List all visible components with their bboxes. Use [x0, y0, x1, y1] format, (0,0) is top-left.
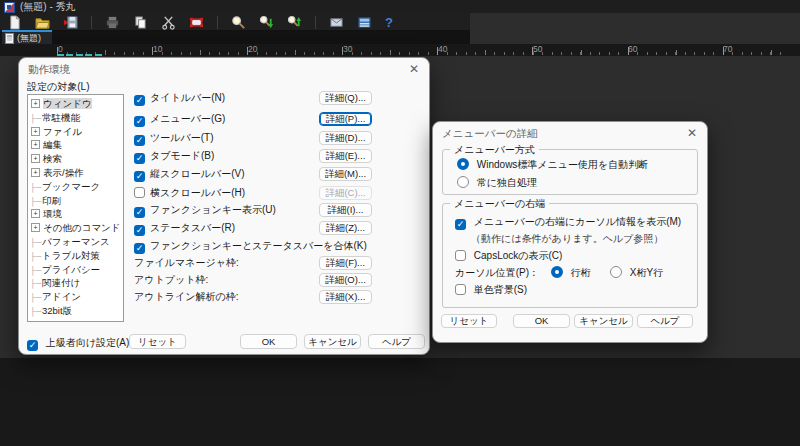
checkbox-checked-icon[interactable]: [134, 207, 145, 218]
setting-label: 縦スクロールバー(V): [150, 168, 245, 179]
expand-plus-icon[interactable]: [31, 168, 40, 177]
expand-plus-icon[interactable]: [31, 209, 40, 218]
tree-item[interactable]: 印刷: [30, 194, 123, 208]
checkbox-checked-icon[interactable]: [134, 243, 145, 254]
tree-item[interactable]: その他のコマンド: [30, 221, 123, 235]
ok-button[interactable]: OK: [513, 314, 570, 328]
open-folder-icon[interactable]: [35, 15, 50, 30]
dialog-title: 動作環境: [28, 63, 70, 77]
document-tab[interactable]: (無題): [2, 30, 52, 44]
detail-button-filemgr[interactable]: 詳細(F)...: [319, 256, 372, 270]
setting-row: メニューバー(G): [134, 112, 225, 126]
checkbox-checked-icon[interactable]: [134, 225, 145, 236]
setting-row: 横スクロールバー(H): [134, 186, 245, 200]
tree-item[interactable]: アドイン: [30, 290, 123, 304]
reset-button[interactable]: リセット: [441, 314, 497, 328]
detail-button-outline[interactable]: 詳細(X)...: [319, 290, 372, 304]
checkbox-checked-icon[interactable]: [134, 135, 145, 146]
tree-item[interactable]: 環境: [30, 207, 123, 221]
expand-plus-icon[interactable]: [31, 99, 40, 108]
expand-plus-icon[interactable]: [31, 223, 40, 232]
checkbox-row: メニューバーの右端にカーソル情報を表示(M): [455, 215, 681, 229]
detail-button-statusbar[interactable]: 詳細(Z)...: [319, 221, 372, 235]
mail-icon[interactable]: [329, 15, 344, 30]
detail-button-hscroll[interactable]: 詳細(C)...: [319, 186, 372, 200]
paste-box-icon[interactable]: [189, 15, 204, 30]
tree-item[interactable]: プライバシー: [30, 263, 123, 277]
find-icon[interactable]: [231, 15, 246, 30]
checkbox-unchecked-icon[interactable]: [455, 284, 466, 295]
tree-item[interactable]: 関連付け: [30, 276, 123, 290]
setting-label: ファイルマネージャ枠:: [134, 257, 239, 268]
copy-icon[interactable]: [133, 15, 148, 30]
detail-button-vscroll[interactable]: 詳細(M)...: [319, 167, 372, 181]
setting-row: ファンクションキーとステータスバーを合体(K): [134, 239, 367, 253]
checkbox-checked-icon[interactable]: [134, 153, 145, 164]
ruler-mark: 20: [248, 44, 257, 54]
setting-row: ステータスバー(R): [134, 221, 235, 235]
expand-plus-icon[interactable]: [31, 140, 40, 149]
cancel-button[interactable]: キャンセル: [304, 334, 361, 349]
toolbar-separator: [217, 16, 218, 29]
save-icon[interactable]: [63, 15, 78, 30]
expand-plus-icon[interactable]: [31, 127, 40, 136]
tree-item[interactable]: トラブル対策: [30, 249, 123, 263]
checkbox-unchecked-icon[interactable]: [455, 250, 466, 261]
tree-item[interactable]: 32bit版: [30, 304, 123, 318]
condition-note: （動作には条件があります。ヘルプ参照）: [471, 232, 663, 246]
tab-label: (無題): [17, 32, 41, 45]
close-icon[interactable]: [409, 62, 419, 76]
detail-button-toolbar[interactable]: 詳細(D)...: [319, 131, 372, 145]
tree-item-window[interactable]: ウィンドウ: [30, 97, 123, 111]
checkbox-checked-icon[interactable]: [134, 171, 145, 182]
radio-selected-icon[interactable]: [457, 158, 469, 170]
background-below-window: [0, 358, 800, 446]
expand-plus-icon[interactable]: [31, 154, 40, 163]
detail-button-output[interactable]: 詳細(O)...: [319, 273, 372, 287]
tree-item[interactable]: パフォーマンス: [30, 235, 123, 249]
close-icon[interactable]: [687, 126, 697, 140]
tree-item[interactable]: ブックマーク: [30, 180, 123, 194]
detail-button-funckey[interactable]: 詳細(I)...: [319, 203, 372, 217]
find-next-icon[interactable]: [259, 15, 274, 30]
detail-button-menubar[interactable]: 詳細(P)...: [319, 112, 372, 126]
checkbox-label: 単色背景(S): [474, 284, 527, 295]
setting-label: ファンクションキー表示(U): [150, 204, 276, 215]
find-previous-icon[interactable]: [287, 15, 302, 30]
tree-item[interactable]: 編集: [30, 138, 123, 152]
menubar-detail-dialog: メニューバーの詳細 メニューバー方式 Windows標準メニュー使用を自動判断 …: [432, 121, 708, 343]
radio-label: 常に独自処理: [477, 177, 537, 188]
window-list-icon[interactable]: [357, 15, 372, 30]
settings-tree[interactable]: ウィンドウ 常駐機能 ファイル 編集 検索 表示/操作 ブックマーク 印刷 環境…: [27, 94, 124, 322]
setting-row: ファンクションキー表示(U): [134, 203, 276, 217]
checkbox-checked-icon[interactable]: [455, 219, 466, 230]
setting-label: ツールバー(T): [150, 132, 213, 143]
radio-selected-icon[interactable]: [551, 266, 563, 278]
print-icon[interactable]: [105, 15, 120, 30]
ok-button[interactable]: OK: [240, 334, 297, 349]
ruler-mark: 0: [58, 44, 63, 54]
tree-item[interactable]: ファイル: [30, 125, 123, 139]
radio-unselected-icon[interactable]: [610, 266, 622, 278]
chrome-background: [470, 13, 800, 44]
cut-icon[interactable]: [161, 15, 176, 30]
checkbox-checked-icon[interactable]: [134, 116, 145, 127]
tree-item[interactable]: 表示/操作: [30, 166, 123, 180]
help-icon[interactable]: [385, 16, 393, 29]
window-title: (無題) - 秀丸: [20, 0, 76, 14]
checkbox-checked-icon[interactable]: [27, 340, 38, 351]
tree-item[interactable]: 検索: [30, 152, 123, 166]
tree-connector: [30, 236, 42, 250]
help-button[interactable]: ヘルプ: [637, 314, 693, 328]
checkbox-checked-icon[interactable]: [134, 95, 145, 106]
detail-button-tabmode[interactable]: 詳細(E)...: [319, 149, 372, 163]
help-button[interactable]: ヘルプ: [368, 334, 425, 349]
radio-unselected-icon[interactable]: [457, 176, 469, 188]
tree-item[interactable]: 常駐機能: [30, 111, 123, 125]
detail-button-titlebar[interactable]: 詳細(Q)...: [319, 91, 372, 105]
radio-label: 行桁: [570, 267, 590, 278]
reset-button[interactable]: リセット: [129, 334, 186, 349]
cancel-button[interactable]: キャンセル: [574, 314, 633, 328]
new-file-icon[interactable]: [7, 15, 22, 30]
checkbox-unchecked-icon[interactable]: [134, 187, 145, 198]
